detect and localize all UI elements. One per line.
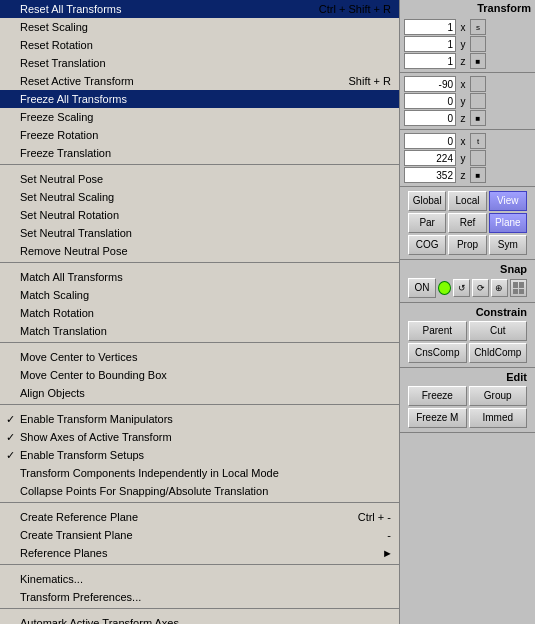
constrain-title: Constrain [404, 305, 531, 319]
menu-item-set-neutral-translation[interactable]: Set Neutral Translation [0, 224, 399, 242]
view-button[interactable]: View [489, 191, 527, 211]
trans-z-input[interactable] [404, 167, 456, 183]
edit-btn-row-1: Freeze Group [408, 386, 527, 406]
menu-item-reset-all-transforms[interactable]: Reset All TransformsCtrl + Shift + R [0, 0, 399, 18]
menu-item-enable-transform-setups[interactable]: ✓Enable Transform Setups [0, 446, 399, 464]
menu-item-set-neutral-pose[interactable]: Set Neutral Pose [0, 170, 399, 188]
menu-item-reset-translation[interactable]: Reset Translation [0, 54, 399, 72]
menu-item-transform-preferences[interactable]: Transform Preferences... [0, 588, 399, 606]
menu-item-move-center-vertices[interactable]: Move Center to Vertices [0, 348, 399, 366]
menu-item-transform-components-local[interactable]: Transform Components Independently in Lo… [0, 464, 399, 482]
freeze-m-button[interactable]: Freeze M [408, 408, 467, 428]
menu-item-label: Reset Translation [20, 57, 106, 69]
menu-item-reset-scaling[interactable]: Reset Scaling [0, 18, 399, 36]
freeze-button[interactable]: Freeze [408, 386, 467, 406]
chldcomp-button[interactable]: ChldComp [469, 343, 528, 363]
trans-x-input[interactable] [404, 133, 456, 149]
menu-item-label: Freeze Scaling [20, 111, 93, 123]
menu-item-label: Freeze Translation [20, 147, 111, 159]
menu-item-collapse-points[interactable]: Collapse Points For Snapping/Absolute Tr… [0, 482, 399, 500]
sym-button[interactable]: Sym [489, 235, 527, 255]
menu-item-set-neutral-scaling[interactable]: Set Neutral Scaling [0, 188, 399, 206]
menu-item-create-transient-plane[interactable]: Create Transient Plane- [0, 526, 399, 544]
cut-button[interactable]: Cut [469, 321, 528, 341]
par-btn-row: Par Ref Plane [408, 213, 527, 233]
cnscomp-button[interactable]: CnsComp [408, 343, 467, 363]
menu-item-match-rotation[interactable]: Match Rotation [0, 304, 399, 322]
menu-item-label: Freeze Rotation [20, 129, 98, 141]
parent-button[interactable]: Parent [408, 321, 467, 341]
rot-z-icon[interactable]: ■ [470, 110, 486, 126]
menu-item-label: Align Objects [20, 387, 85, 399]
snap-btn-1[interactable]: ↺ [453, 279, 470, 297]
prop-button[interactable]: Prop [448, 235, 486, 255]
menu-item-freeze-all-transforms[interactable]: Freeze All Transforms [0, 90, 399, 108]
submenu-arrow-icon: ► [382, 545, 393, 561]
par-button[interactable]: Par [408, 213, 446, 233]
scale-z-input[interactable] [404, 53, 456, 69]
snap-on-button[interactable]: ON [408, 278, 436, 298]
scale-y-input[interactable] [404, 36, 456, 52]
snap-title: Snap [404, 262, 531, 276]
rot-x-icon[interactable] [470, 76, 486, 92]
rot-z-input[interactable] [404, 110, 456, 126]
scale-y-icon[interactable] [470, 36, 486, 52]
shortcut-label: - [387, 527, 391, 543]
local-button[interactable]: Local [448, 191, 486, 211]
rot-x-input[interactable] [404, 76, 456, 92]
menu-item-set-neutral-rotation[interactable]: Set Neutral Rotation [0, 206, 399, 224]
plane-button[interactable]: Plane [489, 213, 527, 233]
cog-button[interactable]: COG [408, 235, 446, 255]
menu-item-move-center-bounding[interactable]: Move Center to Bounding Box [0, 366, 399, 384]
menu-item-enable-transform-manipulators[interactable]: ✓Enable Transform Manipulators [0, 410, 399, 428]
snap-btn-2[interactable]: ⟳ [472, 279, 489, 297]
menu-item-label: Create Reference Plane [20, 511, 138, 523]
menu-item-freeze-rotation[interactable]: Freeze Rotation [0, 126, 399, 144]
menu-item-label: Reference Planes [20, 547, 107, 559]
menu-item-reset-active-transform[interactable]: Reset Active TransformShift + R [0, 72, 399, 90]
trans-z-icon[interactable]: ■ [470, 167, 486, 183]
menu-item-freeze-translation[interactable]: Freeze Translation [0, 144, 399, 162]
menu-item-show-axes-active[interactable]: ✓Show Axes of Active Transform [0, 428, 399, 446]
scale-section: x s y z ■ [400, 16, 535, 73]
scale-z-row: z ■ [404, 53, 531, 69]
scale-z-icon[interactable]: ■ [470, 53, 486, 69]
menu-item-automark-active[interactable]: Automark Active Transform Axes [0, 614, 399, 624]
menu-item-kinematics[interactable]: Kinematics... [0, 570, 399, 588]
trans-y-icon[interactable] [470, 150, 486, 166]
ref-button[interactable]: Ref [448, 213, 486, 233]
snap-grid-button[interactable] [510, 279, 527, 297]
transform-title: Transform [400, 0, 535, 16]
menu-item-match-all-transforms[interactable]: Match All Transforms [0, 268, 399, 286]
constrain-btn-row-1: Parent Cut [408, 321, 527, 341]
menu-item-align-objects[interactable]: Align Objects [0, 384, 399, 402]
menu-item-freeze-scaling[interactable]: Freeze Scaling [0, 108, 399, 126]
menu-item-label: Match Scaling [20, 289, 89, 301]
menu-item-label: Move Center to Bounding Box [20, 369, 167, 381]
shortcut-label: Ctrl + Shift + R [319, 1, 391, 17]
menu-item-create-reference-plane[interactable]: Create Reference PlaneCtrl + - [0, 508, 399, 526]
trans-x-icon[interactable]: t [470, 133, 486, 149]
menu-item-label: Move Center to Vertices [20, 351, 137, 363]
rot-y-icon[interactable] [470, 93, 486, 109]
menu-item-label: Set Neutral Rotation [20, 209, 119, 221]
trans-z-row: z ■ [404, 167, 531, 183]
immed-button[interactable]: Immed [469, 408, 528, 428]
checkmark-icon: ✓ [6, 411, 15, 427]
scale-x-icon[interactable]: s [470, 19, 486, 35]
menu-item-remove-neutral-pose[interactable]: Remove Neutral Pose [0, 242, 399, 260]
scale-x-input[interactable] [404, 19, 456, 35]
snap-btn-3[interactable]: ⊕ [491, 279, 508, 297]
group-button[interactable]: Group [469, 386, 528, 406]
rot-y-input[interactable] [404, 93, 456, 109]
separator-sep4 [0, 404, 399, 408]
menu-item-reference-planes[interactable]: Reference Planes► [0, 544, 399, 562]
menu-item-reset-rotation[interactable]: Reset Rotation [0, 36, 399, 54]
global-button[interactable]: Global [408, 191, 446, 211]
menu-item-label: Transform Components Independently in Lo… [20, 467, 279, 479]
trans-y-input[interactable] [404, 150, 456, 166]
trans-x-label: x [457, 136, 469, 147]
menu-item-match-scaling[interactable]: Match Scaling [0, 286, 399, 304]
menu-item-match-translation[interactable]: Match Translation [0, 322, 399, 340]
trans-x-row: x t [404, 133, 531, 149]
